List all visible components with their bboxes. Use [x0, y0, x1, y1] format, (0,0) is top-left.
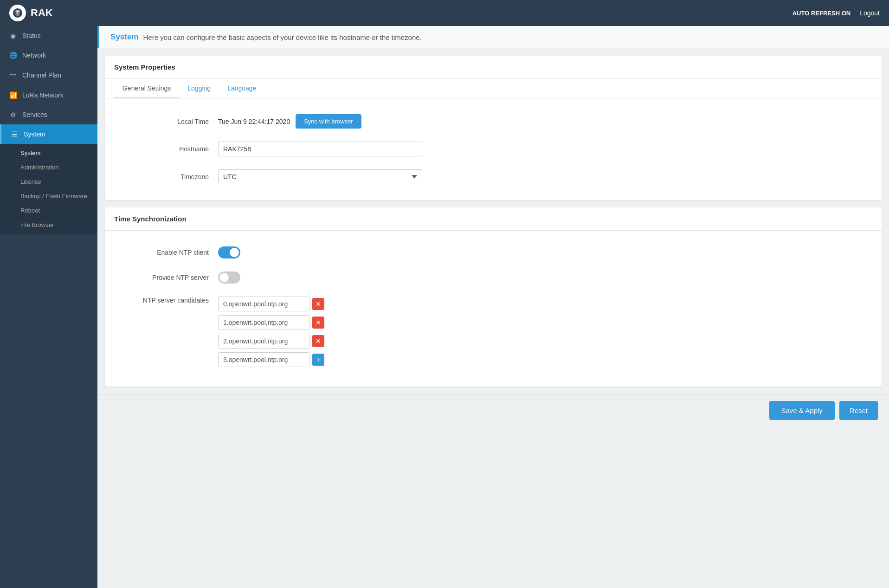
ntp-server-slider [218, 271, 240, 284]
logo: RAK [9, 5, 53, 21]
sidebar: ◉ Status 🌐 Network 〜 Channel Plan 📶 LoRa… [0, 26, 97, 588]
services-icon: ⚙ [8, 111, 18, 118]
ntp-server-row: Provide NTP server [116, 265, 870, 290]
submenu-administration[interactable]: Administration [0, 160, 97, 174]
page-header: System Here you can configure the basic … [97, 26, 889, 48]
sidebar-submenu: System Administration License Backup / F… [0, 144, 97, 234]
timezone-select[interactable]: UTC [218, 169, 422, 184]
channel-plan-icon: 〜 [8, 71, 18, 79]
local-time-value-group: Tue Jun 9 22:44:17 2020 Sync with browse… [218, 114, 361, 129]
ntp-client-toggle[interactable] [218, 246, 240, 258]
ntp-server-toggle[interactable] [218, 271, 240, 284]
time-sync-body: Enable NTP client Provide NTP server [105, 231, 882, 387]
page-title: System [110, 32, 138, 42]
sidebar-item-system[interactable]: ☰ System [0, 124, 97, 144]
sidebar-label-lora: LoRa Network [22, 91, 64, 99]
system-properties-title: System Properties [105, 56, 882, 79]
logo-icon [9, 5, 26, 21]
save-apply-button[interactable]: Save & Apply [769, 401, 835, 420]
timezone-label: Timezone [125, 173, 209, 181]
ntp-remove-button-1[interactable]: ✕ [312, 317, 324, 329]
ntp-client-label: Enable NTP client [125, 249, 209, 256]
ntp-candidate-input-1[interactable] [218, 315, 309, 330]
ntp-remove-button-2[interactable]: ✕ [312, 335, 324, 347]
auto-refresh-status: AUTO REFRESH ON [792, 10, 850, 17]
ntp-candidate-input-3[interactable] [218, 352, 309, 367]
local-time-label: Local Time [125, 118, 209, 125]
ntp-client-row: Enable NTP client [116, 240, 870, 265]
bottom-action-bar: Save & Apply Reset [97, 394, 889, 426]
sidebar-label-network: Network [22, 52, 46, 59]
tab-general-settings[interactable]: General Settings [114, 79, 179, 98]
logout-button[interactable]: Logout [860, 9, 880, 17]
sidebar-label-channel-plan: Channel Plan [22, 71, 61, 79]
ntp-candidate-row-2: ✕ [218, 334, 324, 349]
local-time-row: Local Time Tue Jun 9 22:44:17 2020 Sync … [116, 108, 870, 135]
reset-button[interactable]: Reset [839, 401, 878, 420]
logo-text: RAK [31, 7, 53, 19]
content-area: System Here you can configure the basic … [97, 26, 889, 588]
time-sync-title: Time Synchronization [105, 207, 882, 231]
submenu-backup-flash[interactable]: Backup / Flash Firmware [0, 189, 97, 203]
settings-tabs: General Settings Logging Language [105, 79, 882, 98]
main-layout: ◉ Status 🌐 Network 〜 Channel Plan 📶 LoRa… [0, 26, 889, 588]
system-properties-card: System Properties General Settings Loggi… [105, 56, 882, 200]
ntp-remove-button-0[interactable]: ✕ [312, 298, 324, 310]
topbar: RAK AUTO REFRESH ON Logout [0, 0, 889, 26]
ntp-candidates-group: ✕ ✕ ✕ + [218, 297, 324, 371]
network-icon: 🌐 [8, 52, 18, 59]
time-sync-card: Time Synchronization Enable NTP client P… [105, 207, 882, 387]
submenu-reboot[interactable]: Reboot [0, 203, 97, 218]
tab-logging[interactable]: Logging [179, 79, 219, 98]
ntp-candidate-row-3: + [218, 352, 324, 367]
sidebar-item-services[interactable]: ⚙ Services [0, 105, 97, 124]
ntp-candidate-input-0[interactable] [218, 297, 309, 311]
submenu-system[interactable]: System [0, 146, 97, 160]
ntp-candidate-row-0: ✕ [218, 297, 324, 311]
hostname-label: Hostname [125, 145, 209, 153]
sidebar-item-lora-network[interactable]: 📶 LoRa Network [0, 85, 97, 105]
ntp-add-button[interactable]: + [312, 354, 324, 366]
local-time-value: Tue Jun 9 22:44:17 2020 [218, 118, 290, 125]
sidebar-item-channel-plan[interactable]: 〜 Channel Plan [0, 65, 97, 85]
sidebar-label-services: Services [22, 111, 47, 118]
ntp-candidate-input-2[interactable] [218, 334, 309, 349]
sidebar-item-network[interactable]: 🌐 Network [0, 45, 97, 65]
system-icon: ☰ [10, 130, 19, 138]
ntp-client-slider [218, 246, 240, 258]
hostname-input[interactable] [218, 142, 422, 156]
ntp-candidates-label: NTP server candidates [125, 297, 209, 304]
ntp-server-label: Provide NTP server [125, 274, 209, 281]
status-icon: ◉ [8, 32, 18, 39]
hostname-row: Hostname [116, 135, 870, 163]
sidebar-item-status[interactable]: ◉ Status [0, 26, 97, 45]
general-settings-body: Local Time Tue Jun 9 22:44:17 2020 Sync … [105, 98, 882, 200]
ntp-candidates-row: NTP server candidates ✕ ✕ ✕ [116, 290, 870, 377]
submenu-file-browser[interactable]: File Browser [0, 218, 97, 232]
submenu-license[interactable]: License [0, 174, 97, 189]
topbar-right: AUTO REFRESH ON Logout [792, 9, 880, 17]
sidebar-label-system: System [24, 130, 45, 138]
sync-with-browser-button[interactable]: Sync with browser [296, 114, 361, 129]
sidebar-label-status: Status [22, 32, 41, 39]
tab-language[interactable]: Language [219, 79, 264, 98]
page-description: Here you can configure the basic aspects… [143, 33, 421, 41]
lora-icon: 📶 [8, 91, 18, 99]
timezone-row: Timezone UTC [116, 163, 870, 191]
ntp-candidate-row-1: ✕ [218, 315, 324, 330]
